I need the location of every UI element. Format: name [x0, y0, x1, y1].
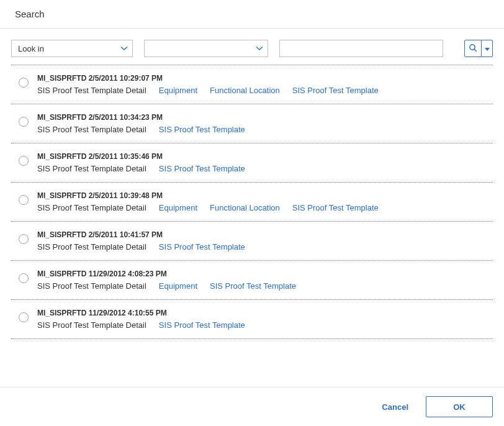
- lookin-wrap: [11, 40, 133, 57]
- result-content: MI_SISPRFTD 2/5/2011 10:35:46 PMSIS Proo…: [37, 152, 488, 173]
- results-scroll[interactable]: MI_SISPRFTD 2/5/2011 10:29:07 PMSIS Proo…: [11, 65, 493, 372]
- search-text-input[interactable]: [279, 40, 443, 57]
- search-button-group: [464, 40, 493, 57]
- result-content: MI_SISPRFTD 11/29/2012 4:08:23 PMSIS Pro…: [37, 270, 488, 291]
- dialog-footer: Cancel OK: [0, 387, 504, 426]
- result-radio[interactable]: [19, 312, 29, 322]
- result-link[interactable]: Equipment: [159, 281, 197, 291]
- result-detail: SIS Proof Test Template DetailSIS Proof …: [37, 320, 488, 330]
- result-link[interactable]: SIS Proof Test Template: [159, 242, 245, 252]
- result-title: MI_SISPRFTD 2/5/2011 10:39:48 PM: [37, 191, 488, 200]
- criteria-select[interactable]: [144, 40, 268, 57]
- result-link[interactable]: SIS Proof Test Template: [292, 203, 379, 212]
- result-link[interactable]: Equipment: [159, 86, 197, 95]
- result-radio[interactable]: [19, 234, 29, 244]
- result-detail: SIS Proof Test Template DetailSIS Proof …: [37, 164, 488, 173]
- result-row: MI_SISPRFTD 2/5/2011 10:29:07 PMSIS Proo…: [11, 65, 493, 104]
- result-link[interactable]: Functional Location: [210, 203, 280, 212]
- cancel-button[interactable]: Cancel: [377, 397, 413, 417]
- result-link[interactable]: Functional Location: [210, 86, 280, 95]
- result-row: MI_SISPRFTD 11/29/2012 4:08:23 PMSIS Pro…: [11, 261, 493, 300]
- search-button[interactable]: [464, 40, 482, 57]
- result-detail: SIS Proof Test Template DetailEquipmentF…: [37, 203, 488, 212]
- ok-button[interactable]: OK: [426, 396, 493, 417]
- result-row: MI_SISPRFTD 2/5/2011 10:35:46 PMSIS Proo…: [11, 143, 493, 183]
- search-icon: [469, 43, 477, 54]
- result-title: MI_SISPRFTD 2/5/2011 10:41:57 PM: [37, 230, 488, 239]
- result-link[interactable]: SIS Proof Test Template: [292, 86, 379, 95]
- result-content: MI_SISPRFTD 2/5/2011 10:41:57 PMSIS Proo…: [37, 230, 488, 252]
- result-detail-label: SIS Proof Test Template Detail: [37, 125, 146, 134]
- result-detail-label: SIS Proof Test Template Detail: [37, 281, 146, 291]
- caret-down-icon: [485, 44, 490, 53]
- result-title: MI_SISPRFTD 2/5/2011 10:34:23 PM: [37, 113, 488, 122]
- search-dropdown-button[interactable]: [482, 40, 493, 57]
- result-radio[interactable]: [19, 195, 29, 205]
- search-toolbar: [0, 29, 504, 65]
- dialog-header: Search: [0, 0, 504, 29]
- result-detail: SIS Proof Test Template DetailSIS Proof …: [37, 125, 488, 134]
- svg-point-0: [470, 44, 475, 49]
- result-detail-label: SIS Proof Test Template Detail: [37, 86, 146, 95]
- result-radio[interactable]: [19, 117, 29, 127]
- result-content: MI_SISPRFTD 2/5/2011 10:29:07 PMSIS Proo…: [37, 74, 488, 95]
- result-detail-label: SIS Proof Test Template Detail: [37, 164, 146, 173]
- result-radio[interactable]: [19, 78, 29, 88]
- result-title: MI_SISPRFTD 2/5/2011 10:29:07 PM: [37, 74, 488, 83]
- result-row: MI_SISPRFTD 2/5/2011 10:41:57 PMSIS Proo…: [11, 222, 493, 261]
- result-title: MI_SISPRFTD 2/5/2011 10:35:46 PM: [37, 152, 488, 161]
- result-content: MI_SISPRFTD 2/5/2011 10:34:23 PMSIS Proo…: [37, 113, 488, 134]
- result-link[interactable]: SIS Proof Test Template: [159, 125, 245, 134]
- result-detail-label: SIS Proof Test Template Detail: [37, 320, 146, 330]
- dialog-title: Search: [15, 9, 493, 19]
- result-row: MI_SISPRFTD 11/29/2012 4:10:55 PMSIS Pro…: [11, 300, 493, 339]
- result-link[interactable]: SIS Proof Test Template: [159, 320, 245, 330]
- result-link[interactable]: SIS Proof Test Template: [210, 281, 296, 291]
- result-detail-label: SIS Proof Test Template Detail: [37, 203, 146, 212]
- result-radio[interactable]: [19, 273, 29, 283]
- result-content: MI_SISPRFTD 11/29/2012 4:10:55 PMSIS Pro…: [37, 309, 488, 330]
- result-detail: SIS Proof Test Template DetailEquipmentF…: [37, 86, 488, 95]
- results-container: MI_SISPRFTD 2/5/2011 10:29:07 PMSIS Proo…: [11, 65, 493, 372]
- result-title: MI_SISPRFTD 11/29/2012 4:10:55 PM: [37, 309, 488, 317]
- result-radio[interactable]: [19, 156, 29, 166]
- svg-line-1: [474, 49, 477, 52]
- result-row: MI_SISPRFTD 2/5/2011 10:34:23 PMSIS Proo…: [11, 104, 493, 143]
- result-content: MI_SISPRFTD 2/5/2011 10:39:48 PMSIS Proo…: [37, 191, 488, 212]
- result-row: MI_SISPRFTD 2/5/2011 10:39:48 PMSIS Proo…: [11, 183, 493, 222]
- result-detail: SIS Proof Test Template DetailSIS Proof …: [37, 242, 488, 252]
- second-select-wrap: [144, 40, 268, 57]
- lookin-select[interactable]: [11, 40, 133, 57]
- result-detail: SIS Proof Test Template DetailEquipmentS…: [37, 281, 488, 291]
- result-title: MI_SISPRFTD 11/29/2012 4:08:23 PM: [37, 270, 488, 278]
- result-detail-label: SIS Proof Test Template Detail: [37, 242, 146, 252]
- result-link[interactable]: SIS Proof Test Template: [159, 164, 245, 173]
- result-link[interactable]: Equipment: [159, 203, 197, 212]
